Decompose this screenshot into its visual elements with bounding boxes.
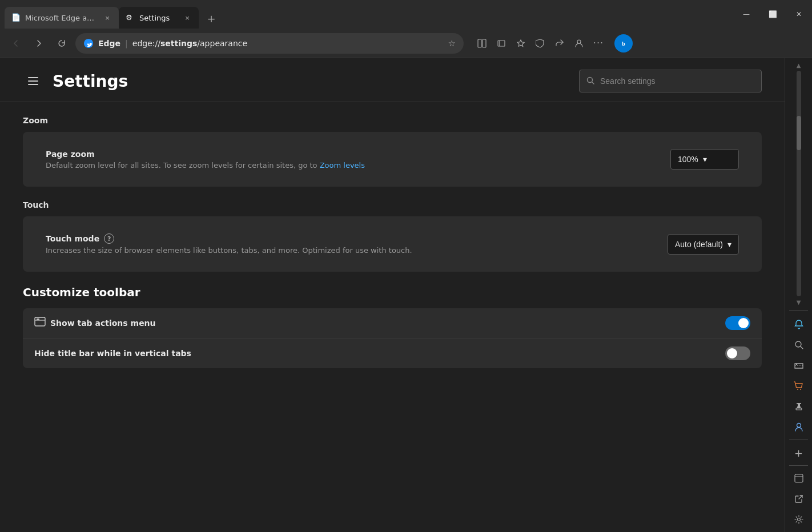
notification-sidebar-icon[interactable] bbox=[789, 314, 809, 334]
svg-rect-0 bbox=[478, 39, 481, 47]
tab-settings-close[interactable]: × bbox=[183, 13, 192, 22]
svg-rect-18 bbox=[798, 403, 800, 406]
right-panel: ▲ ▼ + bbox=[785, 58, 812, 532]
collections-icon[interactable] bbox=[492, 34, 510, 53]
share-icon[interactable] bbox=[550, 34, 569, 53]
hamburger-button[interactable] bbox=[23, 71, 43, 91]
scroll-track bbox=[797, 71, 801, 296]
svg-rect-22 bbox=[795, 474, 803, 482]
bookmark-icon[interactable]: ☆ bbox=[448, 38, 456, 49]
bing-button[interactable]: b bbox=[614, 34, 633, 53]
tab-actions-icon bbox=[34, 316, 46, 330]
search-icon bbox=[586, 76, 594, 86]
hide-title-bar-thumb bbox=[727, 348, 737, 358]
zoom-section-title: Zoom bbox=[23, 116, 762, 125]
splitscreen-icon[interactable] bbox=[473, 34, 491, 53]
page-zoom-desc: Default zoom level for all sites. To see… bbox=[46, 161, 365, 170]
shield-icon[interactable] bbox=[531, 34, 549, 53]
touch-mode-chevron: ▾ bbox=[727, 240, 731, 249]
svg-rect-19 bbox=[797, 403, 798, 404]
back-button[interactable] bbox=[7, 34, 25, 53]
external-link-sidebar-icon[interactable] bbox=[789, 489, 809, 509]
search-settings-box[interactable] bbox=[579, 70, 762, 92]
forward-button[interactable] bbox=[30, 34, 48, 53]
touch-mode-help-icon[interactable]: ? bbox=[104, 233, 114, 244]
hide-title-bar-title: Hide title bar while in vertical tabs bbox=[34, 349, 191, 358]
sidebar-divider bbox=[789, 310, 808, 311]
sidebar-divider-3 bbox=[789, 465, 808, 466]
magnify-sidebar-icon[interactable] bbox=[789, 334, 809, 355]
hamburger-line-2 bbox=[28, 80, 38, 82]
settings-sidebar-icon[interactable] bbox=[789, 509, 809, 530]
minimize-button[interactable]: — bbox=[733, 0, 759, 29]
coupon-sidebar-icon[interactable] bbox=[789, 355, 809, 376]
scroll-down-button[interactable]: ▼ bbox=[785, 297, 812, 307]
maximize-button[interactable]: ⬜ bbox=[759, 0, 786, 29]
tab-edge[interactable]: 📄 Microsoft Edge accidentall × bbox=[5, 7, 119, 29]
addressbar: Edge | edge://settings/appearance ☆ ··· … bbox=[0, 29, 812, 58]
page-zoom-info: Page zoom Default zoom level for all sit… bbox=[46, 150, 365, 170]
customize-toolbar-card: Show tab actions menu Hide title bar whi… bbox=[23, 308, 762, 368]
settings-header: Settings bbox=[0, 58, 785, 102]
tab-group: 📄 Microsoft Edge accidentall × ⚙ Setting… bbox=[0, 0, 222, 29]
touch-section-title: Touch bbox=[23, 200, 762, 209]
touch-mode-dropdown[interactable]: Auto (default) ▾ bbox=[668, 234, 739, 255]
settings-scroll-area[interactable]: Zoom Page zoom Default zoom level for al… bbox=[0, 102, 785, 532]
zoom-levels-link[interactable]: Zoom levels bbox=[320, 161, 365, 170]
more-options-icon[interactable]: ··· bbox=[589, 34, 608, 53]
show-tab-actions-toggle[interactable] bbox=[725, 316, 750, 330]
touch-mode-value: Auto (default) bbox=[675, 240, 723, 249]
page-zoom-title: Page zoom bbox=[46, 150, 365, 159]
hamburger-line-1 bbox=[28, 77, 38, 78]
tab-settings-icon: ⚙ bbox=[126, 13, 135, 22]
titlebar-left: 📄 Microsoft Edge accidentall × ⚙ Setting… bbox=[0, 0, 733, 29]
hide-title-bar-toggle[interactable] bbox=[725, 346, 750, 360]
svg-point-13 bbox=[795, 364, 797, 365]
touch-mode-row: Touch mode ? Increases the size of brows… bbox=[34, 225, 750, 263]
svg-rect-1 bbox=[483, 39, 486, 47]
tab-settings-title: Settings bbox=[139, 14, 178, 22]
svg-point-11 bbox=[795, 341, 801, 347]
tab-edge-title: Microsoft Edge accidentall bbox=[25, 14, 98, 22]
sidebar-divider-2 bbox=[789, 440, 808, 440]
scrollbar-area: ▲ ▼ + bbox=[785, 58, 812, 532]
svg-line-8 bbox=[592, 82, 594, 84]
scroll-thumb[interactable] bbox=[797, 116, 801, 150]
tab-edge-icon: 📄 bbox=[11, 13, 21, 22]
tab-settings[interactable]: ⚙ Settings × bbox=[119, 7, 199, 29]
content-area: Settings Zoom Page zoom Default zoom le bbox=[0, 58, 785, 532]
svg-line-12 bbox=[801, 346, 803, 349]
close-button[interactable]: ✕ bbox=[786, 0, 812, 29]
svg-text:b: b bbox=[622, 40, 625, 46]
show-tab-actions-title: Show tab actions menu bbox=[34, 316, 156, 330]
chess-sidebar-icon[interactable] bbox=[789, 396, 809, 417]
tab-edge-close[interactable]: × bbox=[103, 13, 112, 22]
hide-title-bar-row: Hide title bar while in vertical tabs bbox=[23, 338, 762, 368]
touch-mode-desc: Increases the size of browser elements l… bbox=[46, 246, 412, 255]
page-zoom-value: 100% bbox=[678, 155, 698, 164]
svg-rect-2 bbox=[498, 41, 505, 46]
user-sidebar-icon[interactable] bbox=[789, 417, 809, 437]
scroll-up-button[interactable]: ▲ bbox=[785, 61, 812, 70]
page-title: Settings bbox=[53, 72, 128, 91]
refresh-button[interactable] bbox=[53, 34, 71, 53]
profile-icon[interactable] bbox=[570, 34, 588, 53]
svg-rect-9 bbox=[35, 317, 45, 326]
toolbar-icons: ··· bbox=[473, 34, 608, 53]
window-sidebar-icon[interactable] bbox=[789, 468, 809, 489]
zoom-card: Page zoom Default zoom level for all sit… bbox=[23, 132, 762, 187]
add-sidebar-icon[interactable]: + bbox=[789, 442, 809, 463]
address-bar[interactable]: Edge | edge://settings/appearance ☆ bbox=[75, 33, 464, 54]
touch-mode-title: Touch mode ? bbox=[46, 233, 412, 244]
favorites-icon[interactable] bbox=[512, 34, 530, 53]
svg-point-24 bbox=[797, 518, 800, 521]
new-tab-button[interactable]: + bbox=[201, 8, 222, 29]
svg-rect-20 bbox=[800, 403, 801, 404]
page-zoom-dropdown[interactable]: 100% ▾ bbox=[670, 149, 739, 170]
address-divider: | bbox=[125, 39, 128, 48]
search-input[interactable] bbox=[600, 76, 754, 86]
settings-title-area: Settings bbox=[23, 71, 128, 91]
show-tab-actions-thumb bbox=[738, 318, 749, 328]
shopping-sidebar-icon[interactable] bbox=[789, 376, 809, 396]
titlebar: 📄 Microsoft Edge accidentall × ⚙ Setting… bbox=[0, 0, 812, 29]
